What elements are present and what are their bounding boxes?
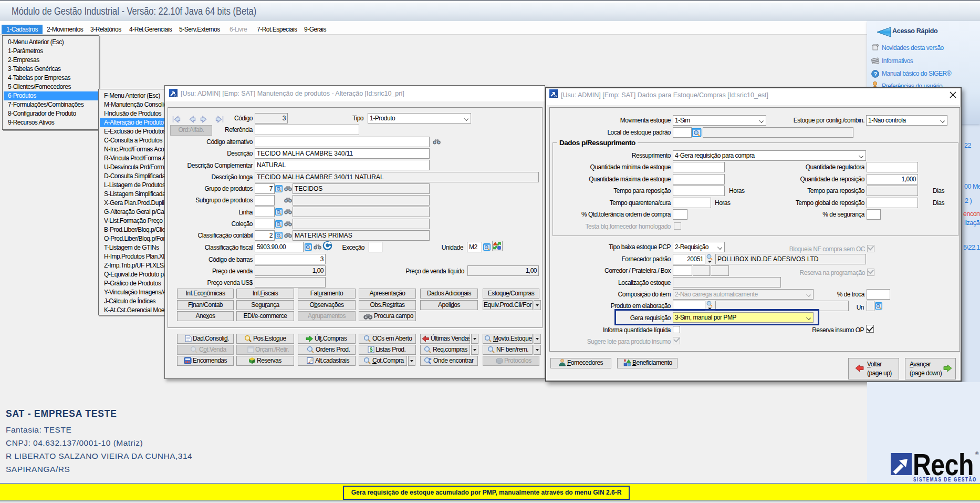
svg-text:®: ® [975, 451, 979, 456]
svg-text:SISTEMAS DE GESTÃO: SISTEMAS DE GESTÃO [913, 476, 977, 483]
svg-text:?: ? [873, 71, 877, 77]
